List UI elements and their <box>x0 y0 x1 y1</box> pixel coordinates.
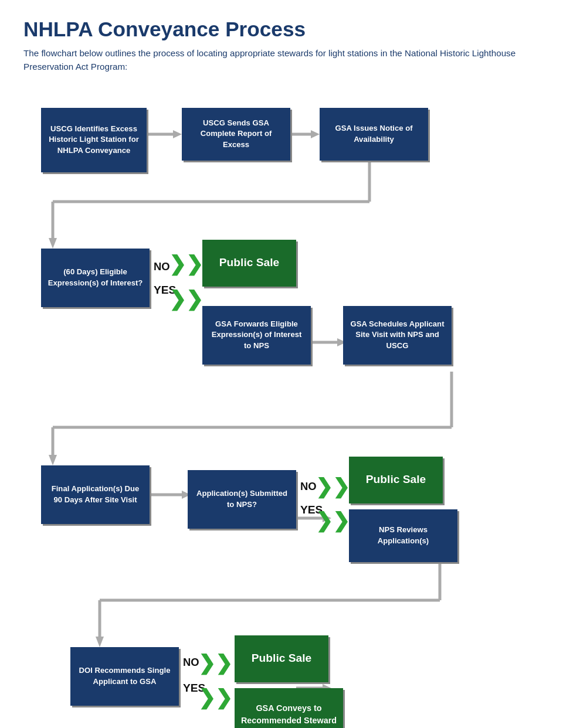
green-arrow-no-1: ❯❯ <box>169 253 203 274</box>
green-arrow-yes-2: ❯❯ <box>316 508 350 532</box>
box-application-submitted: Application(s) Submitted to NPS? <box>188 470 296 529</box>
box-gsa-conveys: GSA Conveys to Recommended Steward <box>235 688 343 728</box>
svg-marker-15 <box>49 455 57 465</box>
green-arrow-no-2: ❯❯ <box>316 474 350 498</box>
flowchart-diagram: USCG Identifies Excess Historic Light St… <box>23 90 540 723</box>
box-final-applications: Final Application(s) Due 90 Days After S… <box>41 465 150 524</box>
box-gsa-forwards: GSA Forwards Eligible Expression(s) of I… <box>202 306 311 365</box>
green-arrow-yes-1: ❯❯ <box>169 288 203 309</box>
box-nps-reviews: NPS Reviews Application(s) <box>349 509 457 562</box>
svg-marker-23 <box>96 637 104 647</box>
svg-marker-3 <box>173 130 182 138</box>
green-arrow-no-3: ❯❯ <box>198 651 232 675</box>
box-uscg-sends: USCG Sends GSA Complete Report of Excess <box>182 108 290 161</box>
box-uscg-identifies: USCG Identifies Excess Historic Light St… <box>41 108 147 172</box>
subtitle: The flowchart below outlines the process… <box>23 47 540 74</box>
box-doi-recommends: DOI Recommends Single Applicant to GSA <box>70 647 179 706</box>
box-public-sale-3: Public Sale <box>235 635 328 682</box>
svg-marker-9 <box>49 238 57 249</box>
box-gsa-schedules: GSA Schedules Applicant Site Visit with … <box>343 306 452 365</box>
green-arrow-yes-3: ❯❯ <box>198 685 232 709</box>
box-eligible-expression: (60 Days) Eligible Expression(s) of Inte… <box>41 249 150 307</box>
box-gsa-issues: GSA Issues Notice of Availability <box>320 108 428 161</box>
box-public-sale-2: Public Sale <box>349 457 443 504</box>
page-title: NHLPA Conveyance Process <box>23 18 540 41</box>
svg-marker-5 <box>311 130 320 138</box>
box-public-sale-1: Public Sale <box>202 240 296 287</box>
